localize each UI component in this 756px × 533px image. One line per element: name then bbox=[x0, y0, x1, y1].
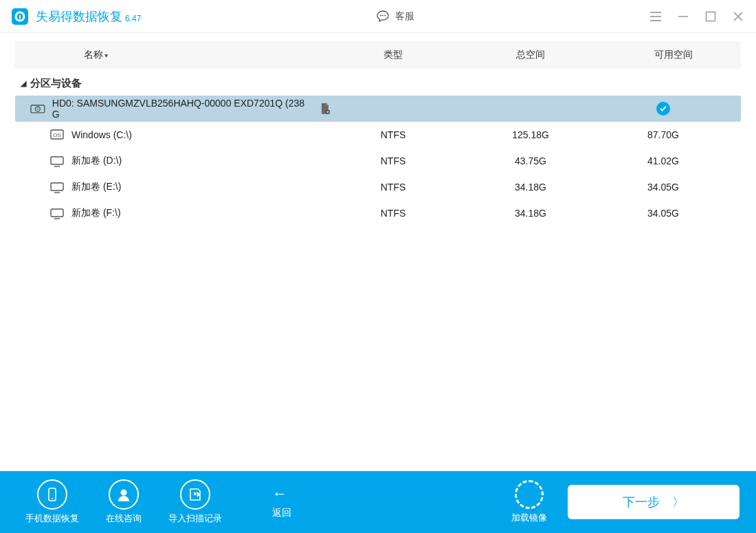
svg-rect-16 bbox=[51, 209, 63, 217]
load-image-button[interactable]: 加载镜像 bbox=[511, 480, 547, 524]
collapse-icon: ◢ bbox=[21, 79, 26, 88]
partition-row[interactable]: 新加卷 (F:\) NTFS 34.18G 34.05G bbox=[15, 200, 741, 226]
import-scan-button[interactable]: 导入扫描记录 bbox=[159, 479, 231, 525]
drive-icon bbox=[49, 155, 65, 167]
app-version: 6.47 bbox=[125, 14, 141, 23]
bottombar: 手机数据恢复 在线咨询 导入扫描记录 ← 返回 加载镜像 下一步 〉 bbox=[0, 471, 756, 533]
drive-icon bbox=[49, 207, 65, 219]
svg-point-19 bbox=[121, 490, 127, 496]
consult-button[interactable]: 在线咨询 bbox=[88, 479, 159, 525]
partition-row[interactable]: 新加卷 (E:\) NTFS 34.18G 34.05G bbox=[15, 174, 741, 200]
col-total[interactable]: 总空间 bbox=[455, 49, 606, 61]
column-header: 名称▾ 类型 总空间 可用空间 bbox=[15, 41, 741, 69]
col-type[interactable]: 类型 bbox=[331, 49, 455, 61]
phone-recovery-button[interactable]: 手机数据恢复 bbox=[16, 479, 88, 525]
svg-rect-15 bbox=[51, 183, 63, 191]
sort-arrow-icon: ▾ bbox=[104, 52, 108, 59]
os-drive-icon: OS bbox=[49, 129, 65, 141]
back-button[interactable]: ← 返回 bbox=[272, 485, 291, 519]
maximize-button[interactable] bbox=[704, 10, 718, 23]
support-label: 客服 bbox=[395, 10, 414, 23]
partition-row[interactable]: 新加卷 (D:\) NTFS 43.75G 41.02G bbox=[15, 148, 741, 174]
svg-rect-7 bbox=[707, 12, 715, 21]
partition-name: 新加卷 (F:\) bbox=[71, 207, 121, 219]
svg-point-5 bbox=[382, 14, 383, 16]
col-name[interactable]: 名称▾ bbox=[15, 49, 331, 61]
svg-point-6 bbox=[384, 14, 386, 16]
col-free[interactable]: 可用空间 bbox=[606, 49, 741, 61]
section-header[interactable]: ◢ 分区与设备 bbox=[0, 72, 756, 96]
titlebar: 失易得数据恢复 6.47 客服 bbox=[0, 0, 756, 33]
document-icon bbox=[319, 102, 331, 115]
support-link[interactable]: 客服 bbox=[141, 10, 649, 23]
app-title: 失易得数据恢复 bbox=[36, 8, 122, 25]
partition-name: 新加卷 (D:\) bbox=[71, 155, 122, 167]
hard-disk-icon bbox=[30, 102, 45, 115]
window-controls bbox=[649, 10, 745, 23]
back-arrow-icon: ← bbox=[272, 485, 287, 503]
drive-icon bbox=[49, 181, 65, 193]
partition-name: 新加卷 (E:\) bbox=[71, 181, 121, 193]
section-title: 分区与设备 bbox=[30, 77, 82, 90]
partition-name: Windows (C:\) bbox=[71, 129, 132, 140]
menu-icon[interactable] bbox=[649, 10, 663, 23]
speech-icon bbox=[376, 10, 390, 23]
next-button[interactable]: 下一步 〉 bbox=[568, 485, 740, 519]
app-logo-icon bbox=[11, 8, 29, 25]
dashed-circle-icon bbox=[515, 480, 544, 509]
disk-name: HD0: SAMSUNGMZVLB256HAHQ-00000 EXD7201Q … bbox=[52, 98, 312, 120]
partition-row[interactable]: OSWindows (C:\) NTFS 125.18G 87.70G bbox=[15, 122, 741, 148]
svg-point-4 bbox=[379, 14, 381, 16]
svg-point-18 bbox=[52, 498, 53, 499]
close-button[interactable] bbox=[731, 10, 745, 23]
svg-rect-14 bbox=[51, 157, 63, 164]
selected-check-icon bbox=[656, 102, 670, 116]
chevron-right-icon: 〉 bbox=[672, 494, 685, 510]
svg-rect-3 bbox=[19, 15, 21, 19]
svg-text:OS: OS bbox=[53, 132, 61, 138]
rows-container: HD0: SAMSUNGMZVLB256HAHQ-00000 EXD7201Q … bbox=[15, 96, 741, 226]
minimize-button[interactable] bbox=[676, 10, 690, 23]
disk-row[interactable]: HD0: SAMSUNGMZVLB256HAHQ-00000 EXD7201Q … bbox=[15, 96, 741, 122]
svg-point-10 bbox=[37, 109, 38, 110]
